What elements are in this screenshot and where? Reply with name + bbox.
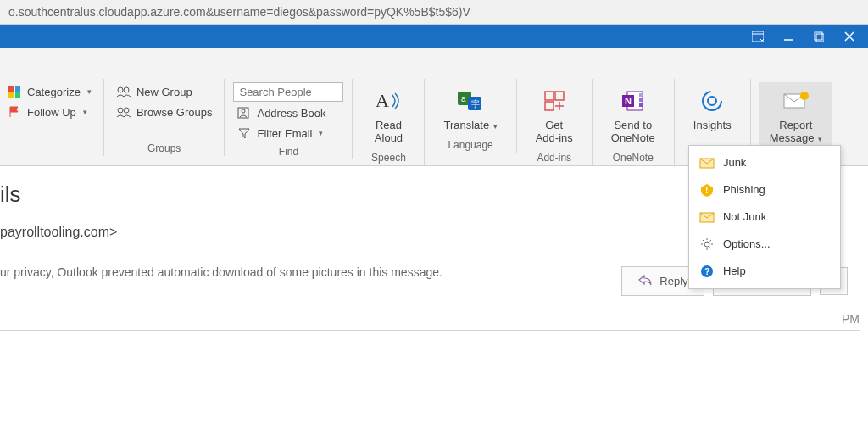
categorize-button[interactable]: Categorize▾ bbox=[3, 82, 95, 101]
message-timestamp: PM bbox=[842, 312, 860, 326]
send-to-onenote-button[interactable]: N Send to OneNote bbox=[601, 82, 665, 148]
options-label: Options... bbox=[723, 237, 771, 250]
reply-label: Reply bbox=[659, 275, 687, 287]
svg-point-9 bbox=[118, 108, 123, 113]
svg-text:字: 字 bbox=[471, 99, 480, 109]
language-group: a字 Translate ▾ Language bbox=[425, 79, 516, 153]
get-addins-label: Get Add-ins bbox=[536, 120, 573, 145]
svg-rect-3 bbox=[815, 32, 822, 40]
new-group-icon bbox=[116, 85, 131, 98]
svg-line-44 bbox=[709, 240, 711, 242]
address-book-button[interactable]: Address Book bbox=[233, 103, 343, 122]
svg-rect-19 bbox=[555, 92, 564, 100]
addins-group-label: Add-ins bbox=[526, 148, 583, 164]
report-message-icon bbox=[779, 86, 813, 116]
browse-groups-label: Browse Groups bbox=[136, 106, 213, 119]
onenote-icon: N bbox=[616, 86, 650, 116]
tags-group: Categorize▾ Follow Up▾ bbox=[0, 79, 104, 156]
report-help-item[interactable]: ? Help bbox=[689, 258, 840, 285]
onenote-group-label: OneNote bbox=[601, 148, 665, 164]
svg-text:A: A bbox=[376, 90, 389, 111]
flag-icon bbox=[7, 105, 22, 119]
groups-group: New Group Browse Groups Groups bbox=[104, 79, 225, 156]
close-button[interactable] bbox=[834, 25, 865, 48]
not-junk-label: Not Junk bbox=[723, 210, 766, 223]
report-message-group: Report Message ▾ Junk ! Phishing Not Jun… bbox=[751, 79, 841, 165]
svg-rect-24 bbox=[639, 93, 643, 97]
address-book-label: Address Book bbox=[257, 107, 326, 120]
send-to-onenote-label: Send to OneNote bbox=[611, 120, 655, 145]
new-group-label: New Group bbox=[136, 86, 192, 98]
svg-point-10 bbox=[124, 108, 129, 113]
get-addins-button[interactable]: Get Add-ins bbox=[526, 82, 583, 148]
report-phishing-item[interactable]: ! Phishing bbox=[689, 176, 840, 204]
read-aloud-label: Read Aloud bbox=[375, 120, 403, 145]
categorize-icon bbox=[7, 85, 22, 98]
speech-group: A Read Aloud Speech bbox=[353, 79, 425, 165]
speech-group-label: Speech bbox=[361, 148, 415, 164]
svg-rect-25 bbox=[639, 98, 643, 102]
window-titlebar bbox=[0, 25, 868, 48]
svg-point-30 bbox=[708, 97, 716, 105]
search-people-input[interactable] bbox=[233, 82, 343, 102]
insights-icon bbox=[695, 86, 729, 116]
svg-point-36 bbox=[704, 242, 709, 247]
junk-label: Junk bbox=[723, 156, 746, 169]
translate-button[interactable]: a字 Translate ▾ bbox=[433, 82, 507, 136]
browse-groups-icon bbox=[116, 105, 131, 119]
svg-point-7 bbox=[118, 87, 123, 92]
svg-text:!: ! bbox=[705, 186, 708, 195]
translate-label: Translate ▾ bbox=[443, 120, 497, 132]
svg-point-32 bbox=[800, 92, 809, 100]
phishing-icon: ! bbox=[699, 182, 715, 198]
svg-rect-20 bbox=[545, 102, 554, 110]
svg-rect-26 bbox=[639, 103, 643, 107]
chevron-down-icon: ▾ bbox=[491, 122, 498, 131]
report-message-label: Report Message ▾ bbox=[770, 120, 822, 145]
svg-text:?: ? bbox=[704, 266, 710, 276]
minimize-button[interactable] bbox=[773, 25, 804, 48]
svg-line-42 bbox=[709, 247, 711, 248]
addins-group: Get Add-ins Add-ins bbox=[517, 79, 593, 165]
svg-point-12 bbox=[242, 109, 245, 113]
help-label: Help bbox=[723, 265, 746, 277]
tags-group-label bbox=[3, 139, 95, 154]
svg-point-8 bbox=[124, 87, 129, 92]
maximize-button[interactable] bbox=[804, 25, 834, 48]
insights-group: Insights bbox=[675, 79, 751, 153]
new-group-button[interactable]: New Group bbox=[113, 82, 216, 101]
groups-group-label: Groups bbox=[113, 139, 216, 154]
gear-icon bbox=[699, 237, 715, 252]
filter-email-label: Filter Email bbox=[257, 127, 312, 140]
browser-url-bar[interactable]: o.southcentralus.cloudapp.azure.com&user… bbox=[0, 0, 868, 25]
filter-icon bbox=[236, 126, 252, 140]
svg-rect-4 bbox=[816, 34, 824, 42]
svg-line-41 bbox=[703, 240, 704, 242]
help-icon: ? bbox=[699, 264, 715, 279]
svg-point-29 bbox=[703, 92, 721, 110]
chevron-down-icon: ▾ bbox=[319, 129, 323, 137]
browse-groups-button[interactable]: Browse Groups bbox=[113, 103, 216, 121]
translate-icon: a字 bbox=[453, 86, 487, 116]
report-options-item[interactable]: Options... bbox=[689, 231, 840, 258]
followup-button[interactable]: Follow Up▾ bbox=[3, 103, 95, 121]
svg-text:a: a bbox=[461, 94, 466, 103]
divider bbox=[0, 330, 860, 331]
chevron-down-icon: ▾ bbox=[87, 87, 92, 96]
reply-icon bbox=[637, 274, 653, 288]
find-group: Address Book Filter Email▾ Find bbox=[225, 79, 353, 159]
chevron-down-icon: ▾ bbox=[83, 108, 87, 116]
followup-label: Follow Up bbox=[27, 106, 76, 119]
insights-button[interactable]: Insights bbox=[683, 82, 742, 136]
svg-line-43 bbox=[703, 247, 704, 248]
ribbon-display-options-icon[interactable] bbox=[743, 25, 773, 48]
report-message-button[interactable]: Report Message ▾ Junk ! Phishing Not Jun… bbox=[760, 82, 832, 148]
categorize-label: Categorize bbox=[27, 86, 81, 98]
language-group-label: Language bbox=[433, 136, 507, 151]
filter-email-button[interactable]: Filter Email▾ bbox=[233, 124, 343, 142]
report-not-junk-item[interactable]: Not Junk bbox=[689, 204, 840, 231]
report-message-dropdown: Junk ! Phishing Not Junk Options... bbox=[688, 145, 841, 289]
insights-label: Insights bbox=[693, 120, 732, 132]
report-junk-item[interactable]: Junk bbox=[689, 149, 840, 176]
read-aloud-button[interactable]: A Read Aloud bbox=[361, 82, 415, 148]
